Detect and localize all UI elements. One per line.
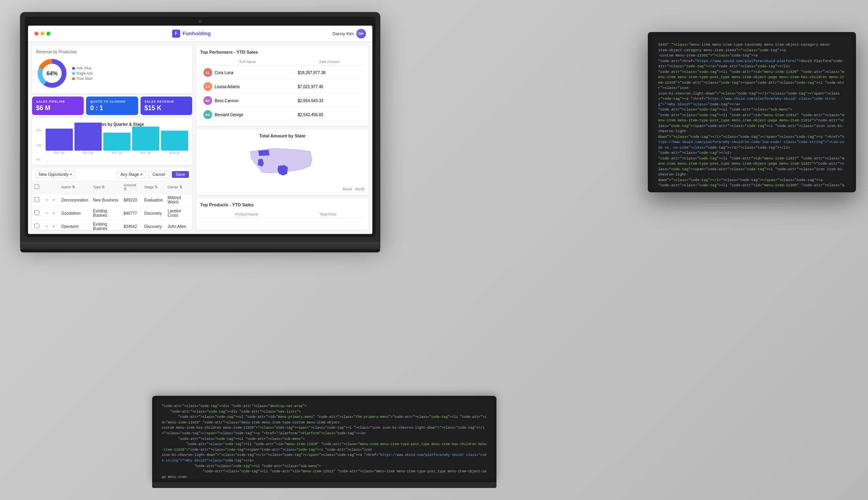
code-line: custom menu-item-has-children menu-item-… — [162, 425, 487, 436]
stage-label: Any Stage — [121, 172, 139, 177]
legend-label-1: Adv. Plus — [76, 66, 91, 70]
laptop-camera — [199, 20, 202, 23]
code-line: "code-attr">class="code-tag"><li "code-a… — [658, 113, 846, 135]
cell-type: Existing Busines — [90, 207, 121, 220]
delete-icon[interactable]: ✕ — [51, 224, 56, 229]
cancel-button[interactable]: Cancel — [148, 171, 169, 178]
edit-icon[interactable]: ✏ — [44, 224, 50, 229]
dot-red[interactable] — [34, 32, 38, 36]
dot-green[interactable] — [46, 32, 50, 36]
row-checkbox[interactable] — [34, 210, 39, 215]
scene: F Funholding Danny Kim DK — [0, 0, 868, 500]
performer-amount: $18,287,977.38 — [295, 66, 364, 79]
bar-group-1: 2017 Q2 — [74, 123, 102, 154]
performer-row: BG Bernard George $2,543,456.65 — [201, 108, 364, 121]
stat-value-0: $6 M — [36, 105, 80, 112]
performer-name-text: Cora Luna — [215, 71, 233, 75]
save-button[interactable]: Save — [172, 171, 189, 178]
bar-2 — [103, 133, 131, 151]
cell-stage: Discovery — [142, 207, 165, 220]
performer-name-cell: CL Cora Luna — [201, 66, 295, 79]
performer-row: BC Bess Cannon $2,654,543.33 — [201, 94, 364, 107]
row-checkbox[interactable] — [34, 197, 39, 202]
bar-chart-area: 2017 Q1 2017 Q2 2017 Q3 — [46, 129, 188, 161]
legend-label-2: Eagle Adv. — [76, 71, 93, 75]
map-world-button[interactable]: World — [355, 187, 364, 191]
performer-name-text: Louisa Adams — [215, 85, 240, 89]
stage-dropdown[interactable]: Any Stage ▾ — [117, 171, 146, 178]
map-reset-button[interactable]: Reset — [342, 187, 352, 191]
app-title: Funholding — [183, 30, 211, 36]
performer-avatar: LA — [203, 82, 212, 91]
bar-label-4: 2018 Q1 — [169, 151, 180, 154]
col-total: Total Price — [293, 211, 364, 218]
revenue-card: Revenue by Productsa — [32, 46, 192, 93]
cell-type: Existing Busines — [90, 220, 121, 230]
code-line: down">">class="code-tag"></i>">class="co… — [658, 178, 846, 183]
bottom-laptop-base — [152, 482, 496, 488]
main-laptop: F Funholding Danny Kim DK — [20, 12, 380, 252]
stat-value-2: $15 K — [145, 105, 188, 112]
avatar: DK — [356, 29, 366, 38]
col-name: Name ⇅ — [59, 181, 90, 194]
titlebar-dots — [34, 32, 50, 36]
row-actions: ✏ ✕ — [44, 197, 56, 203]
products-title: Top Products - YTD Sales — [200, 202, 364, 207]
delete-icon[interactable]: ✕ — [51, 197, 56, 203]
dot-yellow[interactable] — [40, 32, 44, 36]
table-row: ✏ ✕ Zencorporation New Business $89223 E… — [32, 194, 192, 207]
edit-icon[interactable]: ✏ — [44, 210, 50, 216]
performer-amount: $2,543,456.65 — [295, 108, 364, 121]
usa-map — [246, 143, 318, 183]
col-check — [32, 181, 42, 194]
performer-name-text: Bernard George — [215, 113, 243, 117]
legend-dot-2 — [72, 72, 75, 75]
code-line: "code-attr">class="code-tag"><ul "code-a… — [162, 415, 487, 425]
performer-name: BG Bernard George — [203, 110, 292, 119]
bottom-laptop-body: "code-attr">class="code-tag"><div "code-… — [152, 396, 496, 482]
table-row: ✏ ✕ Opentech Existing Busines $34642 Dis… — [32, 220, 192, 230]
bar-group-4: 2018 Q1 — [161, 131, 188, 154]
bar-group-0: 2017 Q1 — [46, 129, 73, 154]
stat-pill-pipeline: SALES PIPELINE $6 M — [32, 97, 84, 115]
stat-value-1: 0 : 1 — [90, 105, 134, 112]
performer-name: BC Bess Cannon — [203, 96, 292, 105]
cell-type: New Business — [90, 194, 121, 207]
tablet-screen: 1643" ">class="menu-item menu-item-type-… — [652, 36, 852, 188]
stat-pill-quote: QUOTE TO CLOSING 0 : 1 — [86, 97, 138, 115]
performer-name-cell: BC Bess Cannon — [201, 94, 295, 107]
col-owner: Owner ⇅ — [165, 181, 192, 194]
stat-label-2: SALES REVENUE — [145, 100, 188, 103]
opportunity-dropdown[interactable]: New Opportunity ▾ — [35, 171, 75, 178]
bar-label-2: 2017 Q3 — [112, 151, 123, 154]
select-all-checkbox[interactable] — [34, 184, 39, 189]
performer-name-text: Bess Cannon — [215, 99, 239, 103]
bar-label-3: 2017 Q4 — [141, 151, 151, 154]
edit-icon[interactable]: ✏ — [44, 197, 50, 203]
stat-label-1: QUOTE TO CLOSING — [90, 100, 134, 103]
stats-row: SALES PIPELINE $6 M QUOTE TO CLOSING 0 :… — [32, 97, 192, 115]
code-line: "code-attr">class="code-tag"><div "code-… — [162, 404, 487, 409]
cell-stage: Evaluation — [142, 194, 165, 207]
bar-1 — [74, 123, 102, 151]
performer-avatar: CL — [203, 68, 212, 77]
code-line: "code-attr">href="https://www.skuid.com/… — [658, 59, 846, 70]
delete-icon[interactable]: ✕ — [51, 210, 56, 216]
app-titlebar: F Funholding Danny Kim DK — [28, 26, 372, 42]
cell-owner: John Allen — [165, 220, 192, 230]
row-actions: ✏ ✕ — [44, 210, 56, 216]
bar-chart-card: Opportunities by Quarter & Stage 20M 15M… — [32, 118, 192, 165]
performer-amount: $2,654,543.33 — [295, 94, 364, 107]
table-toolbar: New Opportunity ▾ Any Stage ▾ Cancel Sav… — [32, 168, 192, 181]
performer-name-cell: LA Louisa Adams — [201, 80, 295, 93]
legend-item: Eagle Adv. — [72, 71, 93, 75]
app-content: Revenue by Productsa — [28, 42, 372, 234]
revenue-title: Revenue by Productsa — [36, 50, 188, 54]
bar-label-1: 2017 Q2 — [83, 151, 94, 154]
row-checkbox[interactable] — [34, 224, 39, 228]
code-line: icon-bi-chevron-light-down">">class="cod… — [658, 91, 846, 108]
y-label-2: 5M — [36, 158, 42, 161]
col-saleamt: Sale Amount — [295, 58, 364, 65]
stat-label-0: SALES PIPELINE — [36, 100, 80, 103]
logo-icon: F — [172, 30, 180, 38]
